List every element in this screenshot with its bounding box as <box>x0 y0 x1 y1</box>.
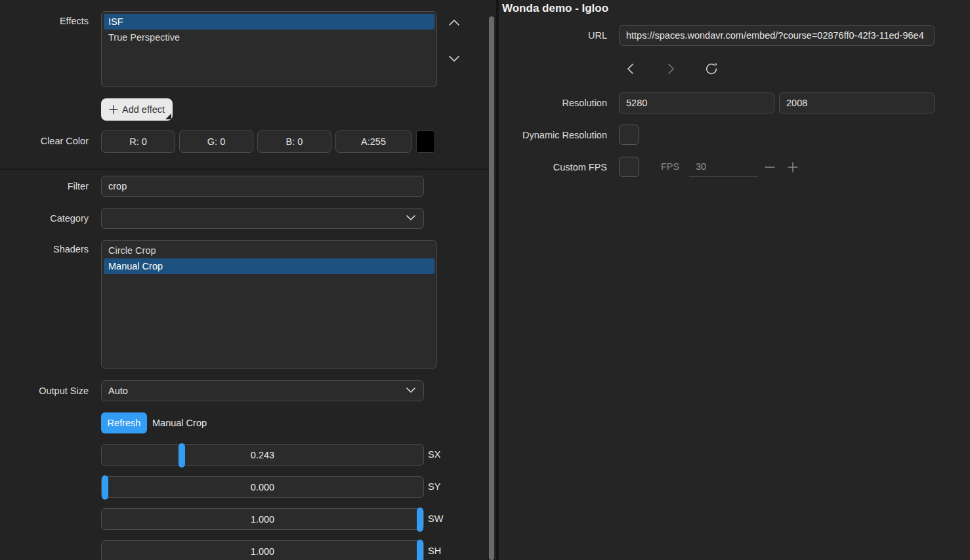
slider-sy-label: SY <box>428 476 440 498</box>
shaders-label: Shaders <box>0 244 89 254</box>
effects-item-true-perspective[interactable]: True Perspective <box>104 30 434 45</box>
slider-sx-label: SX <box>428 444 440 466</box>
category-select[interactable] <box>101 208 424 229</box>
output-size-select[interactable]: Auto <box>101 380 424 401</box>
effects-listbox[interactable]: ISF True Perspective <box>101 11 437 87</box>
slider-sh-value: 1.000 <box>102 541 423 560</box>
fps-increment-icon[interactable] <box>787 162 799 172</box>
slider-sw-label: SW <box>428 508 443 530</box>
shader-item-manual-crop[interactable]: Manual Crop <box>104 258 434 274</box>
url-input[interactable]: https://spaces.wondavr.com/embed/?course… <box>619 25 935 46</box>
slider-sh[interactable]: 1.000 <box>101 540 424 560</box>
reload-icon[interactable] <box>704 62 719 76</box>
shader-item-circle-crop[interactable]: Circle Crop <box>104 243 434 258</box>
current-shader-name: Manual Crop <box>152 412 207 433</box>
fps-input[interactable]: 30 <box>689 157 758 177</box>
dropdown-corner-icon <box>165 113 171 119</box>
slider-sw-thumb[interactable] <box>417 508 423 532</box>
slider-sw-value: 1.000 <box>102 509 423 529</box>
refresh-button-label: Refresh <box>108 418 141 428</box>
output-size-value: Auto <box>108 386 128 396</box>
clear-color-a-field[interactable]: A:255 <box>335 130 411 153</box>
slider-sx-value: 0.243 <box>102 445 423 465</box>
fps-decrement-icon[interactable] <box>764 162 776 172</box>
custom-fps-label: Custom FPS <box>499 162 607 172</box>
url-label: URL <box>499 30 607 41</box>
output-size-label: Output Size <box>0 386 89 396</box>
add-effect-label: Add effect <box>122 104 165 115</box>
resolution-width-input[interactable]: 5280 <box>619 92 774 113</box>
custom-fps-checkbox[interactable] <box>619 157 639 177</box>
refresh-button[interactable]: Refresh <box>101 412 147 433</box>
back-icon[interactable] <box>625 63 636 75</box>
effects-label: Effects <box>0 16 89 26</box>
source-panel: Wonda demo - Igloo URL https://spaces.wo… <box>499 0 970 560</box>
clear-color-label: Clear Color <box>0 136 89 146</box>
move-effect-up-icon[interactable] <box>448 18 461 28</box>
section-divider <box>0 169 489 170</box>
chevron-down-icon <box>405 386 417 394</box>
slider-sx[interactable]: 0.243 <box>101 444 424 466</box>
dynamic-resolution-checkbox[interactable] <box>619 125 639 145</box>
slider-sx-thumb[interactable] <box>179 443 185 468</box>
plus-icon <box>109 105 118 114</box>
add-effect-button[interactable]: Add effect <box>101 98 173 121</box>
slider-sh-thumb[interactable] <box>417 540 423 560</box>
effects-item-isf[interactable]: ISF <box>104 14 434 30</box>
slider-sh-label: SH <box>428 540 441 560</box>
app-window: Effects ISF True Perspective Add effect … <box>0 0 970 560</box>
clear-color-swatch[interactable] <box>416 130 435 153</box>
move-effect-down-icon[interactable] <box>448 54 461 63</box>
filter-input[interactable]: crop <box>101 176 424 197</box>
forward-icon[interactable] <box>665 63 676 75</box>
resolution-height-input[interactable]: 2008 <box>779 92 935 113</box>
dynamic-resolution-label: Dynamic Resolution <box>499 130 607 140</box>
fps-label: FPS <box>661 157 679 177</box>
slider-sy[interactable]: 0.000 <box>101 476 424 498</box>
slider-sy-value: 0.000 <box>102 477 423 497</box>
effects-panel: Effects ISF True Perspective Add effect … <box>0 0 489 560</box>
source-title: Wonda demo - Igloo <box>502 2 608 15</box>
left-panel-scrollbar[interactable] <box>489 16 494 560</box>
category-label: Category <box>0 213 89 224</box>
clear-color-r-field[interactable]: R: 0 <box>101 130 175 153</box>
clear-color-b-field[interactable]: B: 0 <box>257 130 331 153</box>
resolution-label: Resolution <box>499 98 607 108</box>
chevron-down-icon <box>405 214 417 222</box>
filter-label: Filter <box>0 181 89 191</box>
clear-color-g-field[interactable]: G: 0 <box>179 130 253 153</box>
slider-sw[interactable]: 1.000 <box>101 508 424 530</box>
slider-sy-thumb[interactable] <box>102 475 108 500</box>
shaders-listbox[interactable]: Circle Crop Manual Crop <box>101 240 437 369</box>
